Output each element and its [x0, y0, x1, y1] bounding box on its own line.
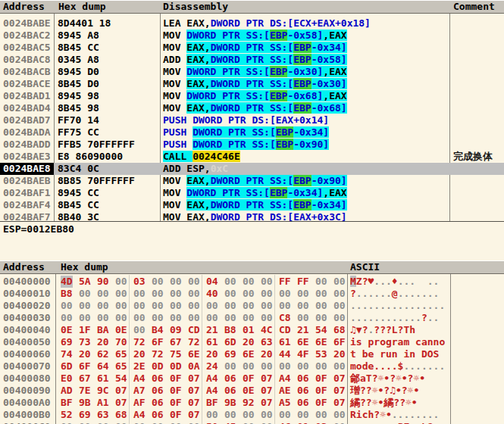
hex-byte[interactable]: 00	[133, 288, 146, 300]
hex-byte[interactable]: 67	[170, 336, 182, 348]
hex-byte[interactable]: 00	[133, 421, 146, 424]
hex-byte[interactable]: 00	[297, 360, 309, 373]
hex-byte[interactable]: 03	[133, 276, 146, 288]
hex-byte[interactable]: 00	[261, 360, 273, 373]
hex-byte[interactable]: 00	[133, 300, 146, 312]
hex-byte[interactable]: 0F	[170, 385, 182, 397]
disasm-row[interactable]: 0024BAD7FF70 14PUSH DWORD PTR DS:[EAX+0x…	[0, 114, 504, 126]
disasm-row[interactable]: 0024BABE8D4401 18LEA EAX,DWORD PTR DS:[E…	[0, 17, 504, 30]
hex-byte[interactable]: 00	[243, 276, 255, 288]
hex-byte[interactable]: 06	[224, 373, 236, 385]
hex-byte[interactable]: 0F	[170, 409, 182, 421]
hex-byte[interactable]: B4	[152, 324, 164, 336]
hex-byte[interactable]: 20	[333, 348, 346, 360]
hex-byte[interactable]: 00	[188, 421, 200, 424]
hex-byte[interactable]: 06	[297, 385, 309, 397]
disasm-row[interactable]: 0024BAD48B45 98MOV EAX,DWORD PTR SS:[EBP…	[0, 102, 504, 114]
hex-byte[interactable]: 06	[152, 397, 164, 409]
hex-byte[interactable]: 00	[188, 312, 200, 324]
hex-byte[interactable]: 00	[79, 312, 91, 324]
hex-byte[interactable]: 00	[133, 324, 146, 336]
hex-byte[interactable]: 65	[115, 360, 127, 373]
dump-row[interactable]: 00400090AD7E9C07A7060F07A4060E07AE060F07…	[0, 385, 504, 397]
disasm-row[interactable]: 0024BADDFFB5 70FFFFFFPUSH DWORD PTR SS:[…	[0, 139, 504, 151]
hex-byte[interactable]: 0F	[315, 385, 327, 397]
hex-byte[interactable]: 61	[97, 373, 109, 385]
hex-byte[interactable]: 00	[243, 421, 255, 424]
dump-row[interactable]: 004000400E1FBA0E00B409CD21B8014CCD215468…	[0, 324, 504, 336]
hex-byte[interactable]: 00	[97, 300, 109, 312]
dump-row[interactable]: 004000706D6F64652E0D0D0A2400000000000000…	[0, 360, 504, 373]
hex-byte[interactable]: 6F	[152, 336, 164, 348]
hex-byte[interactable]: 53	[315, 348, 327, 360]
hex-byte[interactable]: 4C	[261, 324, 273, 336]
hex-byte[interactable]: 0F	[315, 397, 327, 409]
hex-byte[interactable]: 20	[79, 348, 91, 360]
hex-byte[interactable]: 00	[243, 300, 255, 312]
hex-byte[interactable]: 00	[152, 312, 164, 324]
hex-byte[interactable]: 45	[224, 421, 236, 424]
hex-byte[interactable]: 20	[97, 336, 109, 348]
disasm-row[interactable]: 0024BADAFF75 CCPUSH DWORD PTR SS:[EBP-0x…	[0, 126, 504, 139]
hex-byte[interactable]: BF	[206, 397, 218, 409]
hex-byte[interactable]: 4D	[61, 276, 73, 288]
hex-byte[interactable]: 00	[315, 276, 327, 288]
hex-byte[interactable]: 54	[115, 373, 127, 385]
hex-byte[interactable]: 00	[133, 312, 146, 324]
dump-row[interactable]: 0040002000000000000000000000000000000000…	[0, 300, 504, 312]
hex-byte[interactable]: 00	[333, 276, 346, 288]
hex-byte[interactable]: 00	[115, 300, 127, 312]
hex-byte[interactable]: 69	[61, 336, 73, 348]
hex-byte[interactable]: 00	[170, 276, 182, 288]
hex-byte[interactable]: 9C	[97, 385, 109, 397]
hex-byte[interactable]: 00	[152, 276, 164, 288]
hex-byte[interactable]: 00	[261, 300, 273, 312]
hex-byte[interactable]: 20	[133, 348, 146, 360]
hex-byte[interactable]: 69	[224, 348, 236, 360]
hex-byte[interactable]: 07	[333, 385, 346, 397]
hex-byte[interactable]: 00	[170, 312, 182, 324]
hex-byte[interactable]: 0F	[170, 373, 182, 385]
hex-byte[interactable]: 00	[170, 288, 182, 300]
hex-byte[interactable]: 00	[188, 288, 200, 300]
hex-byte[interactable]: 00	[333, 360, 346, 373]
hex-byte[interactable]: 9B	[79, 397, 91, 409]
hex-byte[interactable]: 20	[261, 348, 273, 360]
hex-byte[interactable]: A7	[133, 385, 146, 397]
disasm-row[interactable]: 0024BACE8B45 D0MOV EAX,DWORD PTR SS:[EBP…	[0, 78, 504, 90]
hex-byte[interactable]: 07	[333, 397, 346, 409]
hex-byte[interactable]: AE	[279, 385, 291, 397]
hex-byte[interactable]: 00	[206, 409, 218, 421]
hex-byte[interactable]: 00	[79, 288, 91, 300]
hex-byte[interactable]: 00	[97, 421, 109, 424]
hex-byte[interactable]: 0F	[315, 373, 327, 385]
hex-byte[interactable]: 0F	[170, 397, 182, 409]
dump-row[interactable]: 004000C00000000000000000504500004C010300…	[0, 421, 504, 424]
disasm-row[interactable]: 0024BAE883C4 0CADD ESP,0xC	[0, 163, 504, 175]
hex-byte[interactable]: 20	[243, 336, 255, 348]
hex-byte[interactable]: 0E	[61, 324, 73, 336]
hex-byte[interactable]: FF	[279, 276, 291, 288]
hex-byte[interactable]: 00	[297, 409, 309, 421]
hex-byte[interactable]: 00	[261, 312, 273, 324]
hex-byte[interactable]: 07	[115, 397, 127, 409]
hex-byte[interactable]: 00	[224, 409, 236, 421]
hex-byte[interactable]: 00	[79, 421, 91, 424]
hex-byte[interactable]: 63	[261, 336, 273, 348]
hex-byte[interactable]: C8	[279, 312, 291, 324]
hex-byte[interactable]: 06	[152, 373, 164, 385]
hex-byte[interactable]: 07	[188, 385, 200, 397]
hex-byte[interactable]: 07	[333, 373, 346, 385]
hex-byte[interactable]: 92	[243, 397, 255, 409]
hex-byte[interactable]: 72	[152, 348, 164, 360]
hex-byte[interactable]: 00	[297, 288, 309, 300]
hex-byte[interactable]: 00	[224, 360, 236, 373]
hex-byte[interactable]: AF	[133, 397, 146, 409]
hex-byte[interactable]: 6E	[188, 348, 200, 360]
hex-byte[interactable]: 6F	[79, 360, 91, 373]
hex-byte[interactable]: 21	[297, 324, 309, 336]
hex-byte[interactable]: 00	[152, 300, 164, 312]
hex-byte[interactable]: 00	[243, 409, 255, 421]
hex-byte[interactable]: 00	[243, 312, 255, 324]
hex-byte[interactable]: 00	[152, 421, 164, 424]
